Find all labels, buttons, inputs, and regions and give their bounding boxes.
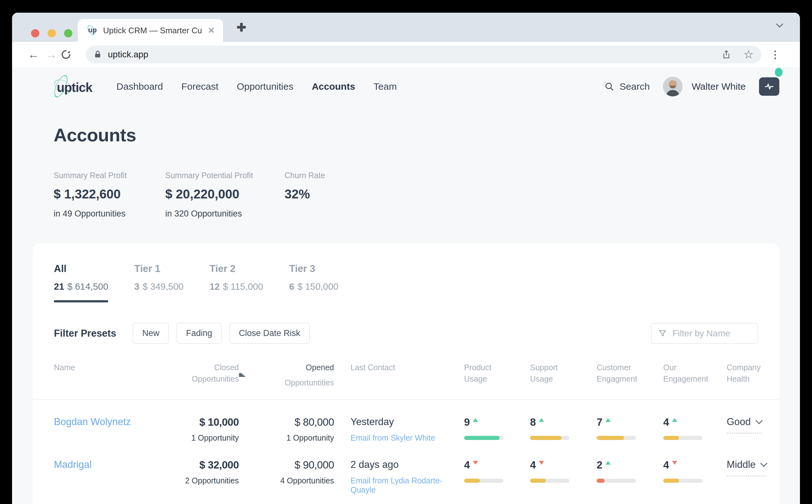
metric-progress-bar <box>464 436 504 440</box>
user-name[interactable]: Walter White <box>692 81 746 92</box>
metric-progress-bar <box>530 436 569 440</box>
col-closed-opportunities[interactable]: ClosedOpportunities <box>166 362 239 388</box>
name-filter-field[interactable] <box>651 323 758 344</box>
address-bar[interactable]: uptick.app ☆ <box>86 46 761 63</box>
stat-label: Summary Potential Profit <box>165 171 284 180</box>
summary-stats: Summary Real Profit$ 1,322,600in 49 Oppo… <box>54 171 758 219</box>
trend-up-icon <box>672 418 677 422</box>
new-tab-button[interactable]: ✚ <box>234 20 249 35</box>
health-value: Good <box>727 416 751 428</box>
filter-presets: NewFadingClose Date Risk <box>133 323 309 344</box>
app-header: uptick DashboardForecastOpportunitiesAcc… <box>33 67 779 106</box>
window-controls <box>31 29 72 37</box>
chevron-down-icon <box>756 417 763 424</box>
browser-tab[interactable]: up Uptick CRM — Smarter Cust... ✕ <box>78 19 223 42</box>
company-health-dropdown[interactable]: Good <box>727 416 762 434</box>
back-button[interactable]: ← <box>25 48 42 61</box>
our-engagement-cell: 4 <box>663 416 727 440</box>
uptick-logo[interactable]: uptick <box>52 75 100 98</box>
col-company-health[interactable]: CompanyHealth <box>727 362 761 388</box>
main-nav: DashboardForecastOpportunitiesAccountsTe… <box>116 81 397 92</box>
close-window-button[interactable] <box>31 29 39 37</box>
nav-item-forecast[interactable]: Forecast <box>181 81 218 92</box>
our-engagement-cell: 4 <box>663 459 727 483</box>
preset-button-new[interactable]: New <box>133 323 169 344</box>
trend-down-icon <box>539 461 544 465</box>
preset-button-fading[interactable]: Fading <box>176 323 222 344</box>
activity-button[interactable] <box>759 77 779 96</box>
tier-tab-tier-1[interactable]: Tier 13$ 349,500 <box>134 263 183 302</box>
tier-tab-tier-3[interactable]: Tier 36$ 150,000 <box>289 263 338 302</box>
stat-value: 32% <box>284 187 396 201</box>
preset-button-close-date-risk[interactable]: Close Date Risk <box>229 323 310 344</box>
account-name-link[interactable]: Madrigal <box>54 459 92 470</box>
metric-value: 4 <box>464 459 470 471</box>
col-our-engagement[interactable]: OurEngagement <box>663 362 727 388</box>
name-filter-input[interactable] <box>672 328 751 339</box>
col-opened-opportunities[interactable]: Opened Opportuntities <box>239 362 334 388</box>
nav-item-accounts[interactable]: Accounts <box>312 81 355 92</box>
bookmark-star-icon[interactable]: ☆ <box>744 48 754 61</box>
browser-menu-icon[interactable]: ⋮ <box>770 48 780 61</box>
tier-tab-all[interactable]: All21$ 614,500 <box>54 263 108 302</box>
metric-value: 9 <box>464 416 470 428</box>
last-contact-link[interactable]: Email from Lydia Rodarte-Quayle <box>350 476 464 494</box>
tier-tabs: All21$ 614,500Tier 13$ 349,500Tier 212$ … <box>54 263 758 302</box>
account-name-link[interactable]: Bogdan Wolynetz <box>54 416 131 427</box>
metric-progress-bar <box>597 436 636 440</box>
metric-progress-bar <box>464 479 504 483</box>
health-value: Middle <box>727 459 756 470</box>
product-usage-cell: 9 <box>464 416 530 440</box>
avatar[interactable] <box>663 77 683 96</box>
zoom-window-button[interactable] <box>64 29 72 37</box>
metric-value: 8 <box>530 416 536 428</box>
trend-up-icon <box>606 418 611 422</box>
forward-button[interactable]: → <box>42 48 60 61</box>
reload-button[interactable] <box>60 49 78 60</box>
stat-block: Summary Potential Profit$ 20,220,000in 3… <box>165 171 284 219</box>
trend-up-icon <box>606 461 611 465</box>
lock-icon[interactable] <box>93 50 102 59</box>
nav-item-opportunities[interactable]: Opportunities <box>237 81 293 92</box>
minimize-window-button[interactable] <box>48 29 56 37</box>
url-text[interactable]: uptick.app <box>108 49 721 60</box>
stat-block: Churn Rate32% <box>284 171 396 219</box>
opened-opportunities-cell: $ 90,0004 Opportunities <box>239 459 334 485</box>
trend-down-icon <box>672 461 677 465</box>
last-contact-cell: 2 days agoEmail from Lydia Rodarte-Quayl… <box>334 459 464 494</box>
tab-search-chevron-icon[interactable] <box>777 22 782 28</box>
browser-window: up Uptick CRM — Smarter Cust... ✕ ✚ ← → … <box>12 13 800 504</box>
tier-tab-tier-2[interactable]: Tier 212$ 115,000 <box>209 263 263 302</box>
stat-value: $ 20,220,000 <box>165 187 284 201</box>
product-usage-cell: 4 <box>464 459 530 483</box>
tab-close-icon[interactable]: ✕ <box>208 26 215 36</box>
filter-presets-label: Filter Presets <box>54 328 116 339</box>
filter-row: Filter Presets NewFadingClose Date Risk <box>54 323 758 344</box>
closed-opportunities-cell: $ 10,0001 Opportunity <box>166 416 239 443</box>
page-title: Accounts <box>54 124 758 145</box>
browser-tab-strip: up Uptick CRM — Smarter Cust... ✕ ✚ <box>12 13 800 42</box>
col-customer-engagement[interactable]: CustomerEngagment <box>597 362 663 388</box>
table-header: Name ClosedOpportunities Opened Opportun… <box>54 362 758 388</box>
search-button[interactable]: Search <box>604 81 650 92</box>
col-last-contact[interactable]: Last Contact <box>334 362 464 388</box>
share-icon[interactable] <box>721 49 731 60</box>
page-hero: Accounts Summary Real Profit$ 1,322,600i… <box>33 106 779 219</box>
last-contact-link[interactable]: Email from Skyler White <box>350 433 464 443</box>
uptick-app: uptick DashboardForecastOpportunitiesAcc… <box>12 67 800 504</box>
col-support-usage[interactable]: SupportUsage <box>530 362 597 388</box>
trend-up-icon <box>539 418 544 422</box>
chevron-down-icon <box>760 460 768 467</box>
company-health-dropdown[interactable]: Middle <box>727 459 766 476</box>
col-product-usage[interactable]: ProductUsage <box>464 362 530 388</box>
nav-item-team[interactable]: Team <box>373 81 397 92</box>
trend-up-icon <box>473 418 478 422</box>
metric-value: 4 <box>663 459 669 471</box>
last-contact-cell: YesterdayEmail from Skyler White <box>334 416 464 443</box>
nav-item-dashboard[interactable]: Dashboard <box>116 81 163 92</box>
accounts-table-body: Bogdan Wolynetz $ 10,0001 Opportunity $ … <box>54 400 758 504</box>
col-name[interactable]: Name <box>54 362 166 388</box>
support-usage-cell: 4 <box>530 459 597 483</box>
table-row: Madrigal $ 32,0002 Opportunities $ 90,00… <box>54 443 758 494</box>
stat-sub: in 320 Opportunities <box>165 209 284 219</box>
